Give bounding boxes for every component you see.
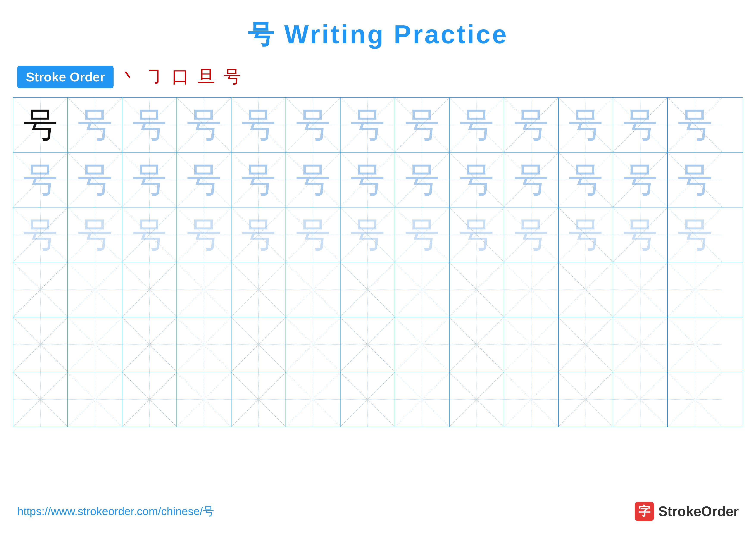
grid-cell[interactable]: 号 — [395, 153, 449, 207]
stroke-4: 旦 — [198, 65, 215, 89]
svg-line-127 — [613, 318, 667, 371]
grid-cell[interactable] — [613, 262, 668, 317]
grid-cell[interactable] — [668, 262, 722, 317]
grid-cell[interactable]: 号 — [504, 98, 558, 152]
grid-cell[interactable] — [14, 372, 68, 427]
grid-cell[interactable] — [504, 372, 558, 427]
grid-cell[interactable]: 号 — [668, 153, 722, 207]
grid-cell[interactable]: 号 — [68, 98, 122, 152]
grid-cell[interactable] — [122, 372, 177, 427]
grid-cell[interactable]: 号 — [286, 98, 340, 152]
practice-char: 号 — [296, 163, 330, 197]
svg-line-101 — [613, 263, 667, 317]
grid-cell[interactable]: 号 — [395, 207, 449, 262]
grid-cell[interactable] — [177, 317, 231, 372]
grid-cell[interactable] — [68, 317, 122, 372]
grid-cell[interactable]: 号 — [177, 207, 231, 262]
practice-char: 号 — [23, 163, 58, 197]
grid-cell[interactable]: 号 — [668, 207, 722, 262]
svg-line-136 — [177, 372, 231, 426]
svg-line-154 — [668, 372, 722, 427]
grid-cell[interactable] — [449, 262, 504, 317]
grid-cell[interactable] — [504, 262, 558, 317]
grid-cell[interactable] — [395, 317, 449, 372]
grid-cell[interactable]: 号 — [449, 153, 504, 207]
grid-cell[interactable]: 号 — [122, 153, 177, 207]
grid-cell[interactable]: 号 — [449, 207, 504, 262]
practice-char: 号 — [350, 217, 385, 252]
grid-cell[interactable]: 号 — [14, 153, 68, 207]
grid-cell[interactable] — [558, 317, 613, 372]
practice-char: 号 — [459, 217, 494, 252]
grid-cell[interactable]: 号 — [340, 207, 395, 262]
grid-cell[interactable] — [286, 262, 340, 317]
grid-cell[interactable]: 号 — [177, 98, 231, 152]
grid-cell[interactable]: 号 — [340, 153, 395, 207]
grid-cell[interactable] — [340, 372, 395, 427]
grid-cell[interactable] — [449, 372, 504, 427]
grid-cell[interactable]: 号 — [504, 207, 558, 262]
grid-cell[interactable]: 号 — [122, 207, 177, 262]
grid-cell[interactable]: 号 — [122, 98, 177, 152]
grid-cell[interactable]: 号 — [231, 98, 286, 152]
grid-cell[interactable] — [395, 262, 449, 317]
svg-line-86 — [231, 263, 285, 317]
grid-cell[interactable]: 号 — [68, 207, 122, 262]
grid-cell[interactable] — [68, 262, 122, 317]
svg-line-112 — [231, 318, 285, 371]
grid-cell[interactable]: 号 — [14, 98, 68, 152]
grid-cell[interactable]: 号 — [231, 207, 286, 262]
grid-cell[interactable] — [668, 317, 722, 372]
grid-cell[interactable] — [395, 372, 449, 427]
stroke-3: 口 — [172, 65, 189, 89]
grid-cell[interactable] — [558, 372, 613, 427]
grid-cell[interactable]: 号 — [177, 153, 231, 207]
grid-cell[interactable] — [286, 372, 340, 427]
practice-char: 号 — [78, 108, 112, 142]
grid-cell[interactable]: 号 — [286, 207, 340, 262]
grid-cell[interactable] — [340, 262, 395, 317]
svg-line-114 — [286, 318, 340, 371]
grid-cell[interactable]: 号 — [668, 98, 722, 152]
grid-cell[interactable] — [231, 372, 286, 427]
grid-cell[interactable]: 号 — [558, 207, 613, 262]
grid-cell[interactable] — [122, 262, 177, 317]
svg-line-145 — [395, 372, 449, 426]
brand-name: StrokeOrder — [659, 503, 739, 519]
grid-cell[interactable]: 号 — [286, 153, 340, 207]
grid-cell[interactable] — [449, 317, 504, 372]
grid-cell[interactable] — [231, 317, 286, 372]
grid-cell[interactable]: 号 — [613, 207, 668, 262]
svg-line-85 — [177, 263, 231, 317]
grid-cell[interactable]: 号 — [558, 98, 613, 152]
grid-cell[interactable]: 号 — [449, 98, 504, 152]
grid-cell[interactable]: 号 — [613, 153, 668, 207]
grid-cell[interactable] — [340, 317, 395, 372]
grid-cell[interactable] — [613, 372, 668, 427]
grid-cell[interactable] — [668, 372, 722, 427]
grid-cell[interactable] — [504, 317, 558, 372]
grid-cell[interactable] — [558, 262, 613, 317]
practice-char: 号 — [569, 163, 603, 197]
svg-line-155 — [668, 372, 722, 427]
grid-cell[interactable]: 号 — [340, 98, 395, 152]
grid-cell[interactable]: 号 — [68, 153, 122, 207]
grid-cell[interactable] — [286, 317, 340, 372]
grid-cell[interactable]: 号 — [613, 98, 668, 152]
svg-line-122 — [504, 318, 558, 371]
grid-cell[interactable]: 号 — [504, 153, 558, 207]
grid-cell[interactable]: 号 — [231, 153, 286, 207]
grid-cell[interactable]: 号 — [558, 153, 613, 207]
grid-cell[interactable] — [231, 262, 286, 317]
stroke-5: 号 — [224, 65, 241, 89]
grid-cell[interactable] — [177, 262, 231, 317]
grid-cell[interactable] — [122, 317, 177, 372]
grid-cell[interactable]: 号 — [14, 207, 68, 262]
grid-cell[interactable] — [68, 372, 122, 427]
grid-cell[interactable]: 号 — [395, 98, 449, 152]
stroke-sequence: 丶 ㇆ 口 旦 号 — [120, 65, 241, 89]
grid-cell[interactable] — [14, 262, 68, 317]
grid-cell[interactable] — [613, 317, 668, 372]
grid-cell[interactable] — [177, 372, 231, 427]
grid-cell[interactable] — [14, 317, 68, 372]
